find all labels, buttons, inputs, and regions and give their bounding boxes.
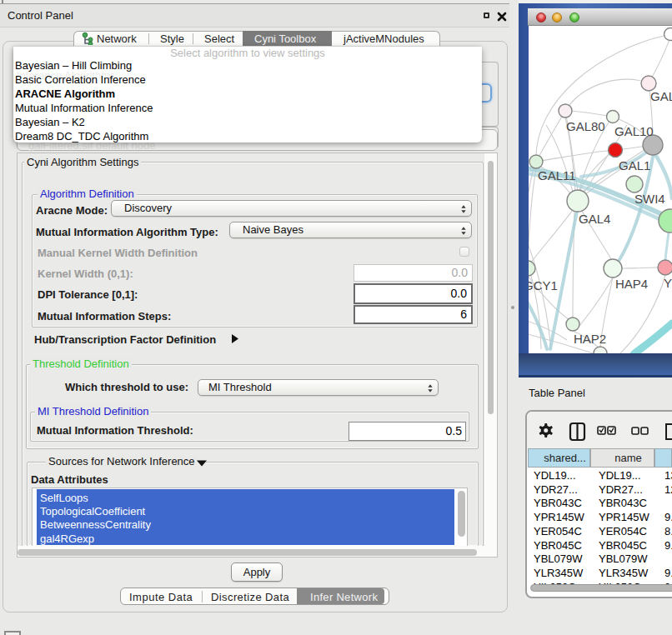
svg-text:GAL4: GAL4 bbox=[579, 212, 610, 226]
svg-text:GAL10: GAL10 bbox=[614, 124, 654, 138]
svg-text:GCY1: GCY1 bbox=[529, 278, 558, 292]
svg-text:SWI4: SWI4 bbox=[634, 192, 665, 206]
svg-text:Y: Y bbox=[664, 276, 672, 290]
svg-text:GAL1: GAL1 bbox=[619, 158, 650, 172]
svg-text:HAP4: HAP4 bbox=[615, 277, 648, 291]
svg-text:HAP2: HAP2 bbox=[574, 332, 606, 346]
svg-text:GAL7: GAL7 bbox=[650, 89, 672, 103]
svg-text:GAL80: GAL80 bbox=[566, 119, 605, 133]
svg-text:GAL11: GAL11 bbox=[538, 168, 576, 182]
